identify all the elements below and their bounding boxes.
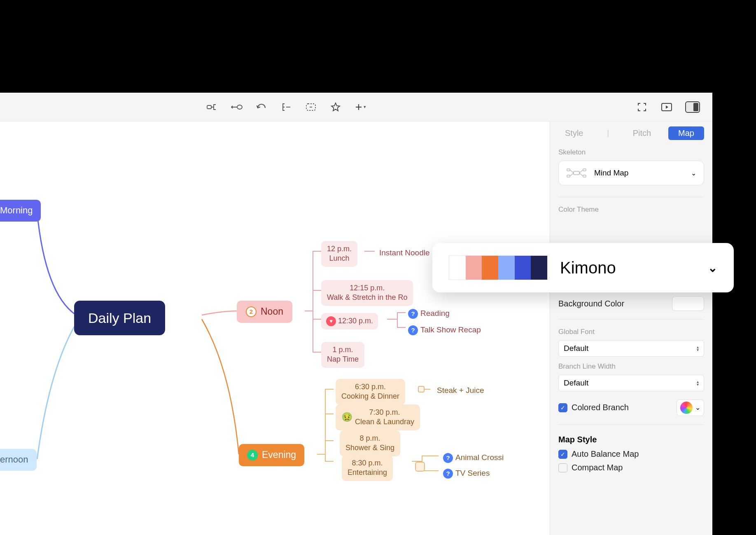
bg-color-swatch[interactable] [672,296,704,311]
reading-leaf[interactable]: ?Reading [406,307,452,320]
tab-sep: | [600,127,616,140]
tab-style[interactable]: Style [558,126,590,140]
color-wheel-icon [680,402,693,414]
label: Lunch [327,254,352,263]
time: 8 p.m. [345,434,394,443]
summary-icon[interactable] [280,101,292,113]
sidebar: Style | Pitch Map Skeleton Mind Map ⌄ Co… [550,121,712,535]
branch-width-label: Branch Line Width [558,362,704,371]
eve-cook-leaf[interactable]: Steak + Juice [434,384,487,397]
skeleton-label: Skeleton [558,148,704,157]
auto-balance-checkbox[interactable]: ✓ [558,450,567,459]
auto-balance-label: Auto Balance Map [572,449,639,459]
tab-pitch[interactable]: Pitch [626,126,658,140]
label: Animal Crossi [455,453,504,462]
svg-point-1 [237,105,242,109]
label: TV Series [455,469,490,477]
toolbar: ▾ [0,93,712,121]
compact-map-checkbox[interactable] [558,463,567,472]
evening-node[interactable]: 4 Evening [239,444,304,466]
question-icon: ? [408,325,418,335]
present-icon[interactable] [660,101,673,113]
pal-2 [466,256,482,280]
time: 12 p.m. [327,244,352,254]
panel-toggle-icon[interactable] [685,101,700,113]
app-window: ▾ Daily Plan Morning ernoon [0,93,712,535]
boundary-icon[interactable] [305,101,317,113]
noon-node[interactable]: 2 Noon [237,301,292,323]
chevron-down-icon: ⌄ [691,169,696,177]
label: Entertaining [348,468,387,477]
theme-palette [449,255,548,280]
fullscreen-icon[interactable] [636,101,648,113]
global-font-select[interactable]: Default ▴▾ [558,340,704,357]
time: 8:30 p.m. [348,458,387,468]
junction [418,386,425,392]
svg-rect-11 [583,175,586,177]
theme-popover[interactable]: Kimono ⌄ [432,243,734,292]
skeleton-value: Mind Map [594,168,628,178]
svg-rect-9 [567,175,570,177]
pal-3 [482,256,498,280]
colored-branch-label: Colored Branch [572,403,629,412]
sick-emoji: 🤢 [341,411,352,423]
time: 7:30 p.m. [355,408,414,417]
morning-node[interactable]: Morning [0,200,41,222]
undo-icon[interactable] [255,101,268,113]
chevron-down-icon: ⌄ [695,404,700,411]
noon-lunch[interactable]: 12 p.m. Lunch [321,241,357,267]
eve-cook[interactable]: 6:30 p.m. Cooking & Dinner [336,379,405,405]
global-font-label: Global Font [558,328,704,336]
time: 12:30 p.m. [338,316,373,326]
svg-rect-7 [574,171,579,175]
label: Nap Time [327,355,359,364]
label: Walk & Stretch in the Ro [327,293,407,302]
label: Reading [420,309,450,318]
heart-icon: ♥ [326,316,336,326]
updown-icon: ▴▾ [697,380,699,386]
central-node[interactable]: Daily Plan [74,301,165,335]
canvas[interactable]: Daily Plan Morning ernoon 2 Noon 12 p.m.… [0,121,550,535]
colored-branch-checkbox[interactable]: ✓ [558,403,567,412]
label: Talk Show Recap [420,325,481,334]
noon-label: Noon [261,306,283,318]
compact-map-label: Compact Map [572,463,623,472]
star-icon[interactable] [329,101,342,113]
plus-icon[interactable]: ▾ [354,101,366,113]
tab-map[interactable]: Map [668,126,704,140]
relationship-icon[interactable] [231,101,243,113]
eve-enter[interactable]: 8:30 p.m. Entertaining [342,455,393,481]
noon-walk[interactable]: 12:15 p.m. Walk & Stretch in the Ro [321,280,413,306]
side-tabs: Style | Pitch Map [558,126,704,148]
junction [415,462,425,472]
label: Clean & Laundray [355,418,414,426]
question-icon: ? [443,453,453,463]
talkshow-leaf[interactable]: ?Talk Show Recap [406,323,483,337]
pal-1 [449,256,466,280]
afternoon-node[interactable]: ernoon [0,449,37,471]
pal-4 [498,256,515,280]
eve-animal-leaf[interactable]: ?Animal Crossi [441,451,506,465]
skeleton-select[interactable]: Mind Map ⌄ [558,161,704,185]
eve-tv-leaf[interactable]: ?TV Series [441,467,492,480]
noon-1230[interactable]: ♥ 12:30 p.m. [321,313,378,329]
question-icon: ? [443,469,453,479]
branch-width-select[interactable]: Default ▴▾ [558,375,704,391]
time: 12:15 p.m. [327,283,407,293]
question-icon: ? [408,309,418,319]
evening-label: Evening [262,449,296,461]
branch-width-value: Default [564,378,588,388]
mindmap-skeleton-icon [566,167,587,179]
eve-clean[interactable]: 🤢 7:30 p.m.Clean & Laundray [336,404,420,430]
eve-shower[interactable]: 8 p.m. Shower & Sing [340,430,400,456]
noon-nap[interactable]: 1 p.m. Nap Time [321,342,364,368]
time: 1 p.m. [327,345,359,355]
svg-rect-0 [207,105,211,109]
svg-rect-8 [567,169,570,171]
branch-color-picker[interactable]: ⌄ [677,399,704,416]
time: 6:30 p.m. [341,382,399,392]
noon-lunch-leaf[interactable]: Instant Noodle [377,246,432,260]
theme-name: Kimono [560,259,695,277]
add-subtopic-icon[interactable] [206,101,218,113]
updown-icon: ▴▾ [697,346,699,351]
